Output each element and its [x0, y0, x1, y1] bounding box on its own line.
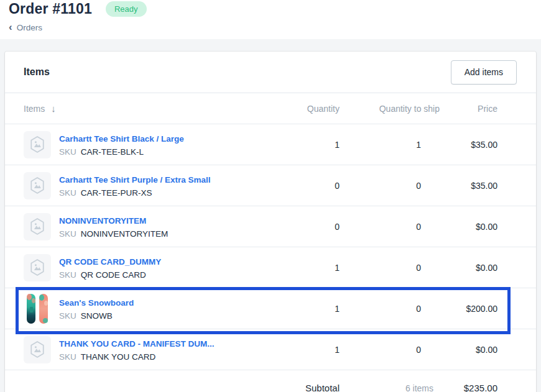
items-card: Items Add items Items ↓ Quantity Quantit…: [5, 52, 536, 392]
sku-label: SKU: [59, 270, 76, 280]
product-image-placeholder-icon: [24, 254, 51, 281]
price-value: $35.00: [440, 140, 536, 150]
item-row: THANK YOU CARD - MANIFEST DUM... SKUTHAN…: [5, 329, 536, 370]
subtotal-label: Subtotal: [271, 383, 340, 392]
quantity-to-ship-value: 0: [340, 181, 440, 191]
subtotal-row: Subtotal 6 items $235.00: [5, 370, 536, 392]
subtotal-items-count: 6 items: [340, 383, 440, 392]
sort-descending-icon: ↓: [51, 103, 56, 114]
quantity-to-ship-value: 0: [340, 304, 440, 314]
sku-line: SKUSNOWB: [59, 311, 134, 321]
items-card-header: Items Add items: [5, 52, 536, 93]
sku-label: SKU: [59, 352, 76, 362]
order-detail-page: Order #1101 Ready ‹ Orders Items Add ite…: [0, 0, 541, 392]
column-header-quantity-to-ship: Quantity to ship: [340, 104, 440, 114]
quantity-value: 0: [271, 181, 340, 191]
page-title: Order #1101: [9, 1, 92, 17]
sku-line: SKUCAR-TEE-BLK-L: [59, 147, 184, 157]
product-link[interactable]: NONINVENTORYITEM: [59, 216, 146, 226]
price-value: $200.00: [440, 304, 536, 314]
price-value: $35.00: [440, 181, 536, 191]
subtotal-value: $235.00: [440, 383, 536, 392]
product-image-placeholder-icon: [24, 213, 51, 240]
column-header-quantity: Quantity: [271, 104, 340, 114]
sku-line: SKUCAR-TEE-PUR-XS: [59, 188, 211, 198]
price-value: $0.00: [440, 263, 536, 273]
column-header-items-label: Items: [24, 104, 45, 114]
quantity-value: 0: [271, 222, 340, 232]
card-title: Items: [24, 66, 50, 78]
price-value: $0.00: [440, 345, 536, 355]
status-badge: Ready: [106, 1, 147, 17]
table-header-row: Items ↓ Quantity Quantity to ship Price: [5, 93, 536, 124]
quantity-to-ship-value: 1: [340, 140, 440, 150]
quantity-value: 1: [271, 345, 340, 355]
quantity-value: 1: [271, 140, 340, 150]
product-image-placeholder-icon: [24, 172, 51, 199]
breadcrumb-label: Orders: [17, 23, 42, 32]
quantity-to-ship-value: 0: [340, 263, 440, 273]
quantity-value: 1: [271, 263, 340, 273]
product-image-snowboard: [24, 295, 51, 322]
items-table-body: Carhartt Tee Shirt Black / Large SKUCAR-…: [5, 124, 536, 370]
product-image-placeholder-icon: [24, 131, 51, 158]
sku-label: SKU: [59, 188, 76, 198]
item-row: NONINVENTORYITEM SKUNONINVENTORYITEM 0 0…: [5, 206, 536, 247]
sku-value: SNOWB: [81, 311, 113, 321]
chevron-left-icon: ‹: [9, 23, 12, 31]
item-row: Carhartt Tee Shirt Purple / Extra Small …: [5, 165, 536, 206]
breadcrumb-orders[interactable]: ‹ Orders: [9, 23, 42, 32]
sku-line: SKUQR CODE CARD: [59, 270, 161, 280]
product-link[interactable]: THANK YOU CARD - MANIFEST DUM...: [59, 339, 215, 349]
item-row: Carhartt Tee Shirt Black / Large SKUCAR-…: [5, 124, 536, 165]
quantity-to-ship-value: 0: [340, 222, 440, 232]
product-image-placeholder-icon: [24, 336, 51, 363]
item-row-selected: Sean's Snowboard SKUSNOWB 1 0 $200.00: [5, 288, 536, 329]
sku-label: SKU: [59, 311, 76, 321]
quantity-value: 1: [271, 304, 340, 314]
item-row: QR CODE CARD_DUMMY SKUQR CODE CARD 1 0 $…: [5, 247, 536, 288]
column-header-items[interactable]: Items ↓: [5, 103, 271, 114]
sku-line: SKUNONINVENTORYITEM: [59, 229, 168, 239]
sku-value: QR CODE CARD: [81, 270, 146, 280]
sku-label: SKU: [59, 147, 76, 157]
sku-label: SKU: [59, 229, 76, 239]
order-header: Order #1101 Ready ‹ Orders: [0, 0, 541, 39]
sku-value: CAR-TEE-PUR-XS: [81, 188, 152, 198]
product-link[interactable]: Sean's Snowboard: [59, 298, 134, 308]
sku-line: SKUTHANK YOU CARD: [59, 352, 215, 362]
product-link[interactable]: Carhartt Tee Shirt Black / Large: [59, 134, 184, 144]
sku-value: CAR-TEE-BLK-L: [81, 147, 144, 157]
add-items-button[interactable]: Add items: [451, 60, 517, 84]
quantity-to-ship-value: 0: [340, 345, 440, 355]
sku-value: THANK YOU CARD: [81, 352, 156, 362]
price-value: $0.00: [440, 222, 536, 232]
sku-value: NONINVENTORYITEM: [81, 229, 169, 239]
product-link[interactable]: Carhartt Tee Shirt Purple / Extra Small: [59, 175, 211, 185]
column-header-price: Price: [440, 104, 536, 114]
product-link[interactable]: QR CODE CARD_DUMMY: [59, 257, 161, 267]
